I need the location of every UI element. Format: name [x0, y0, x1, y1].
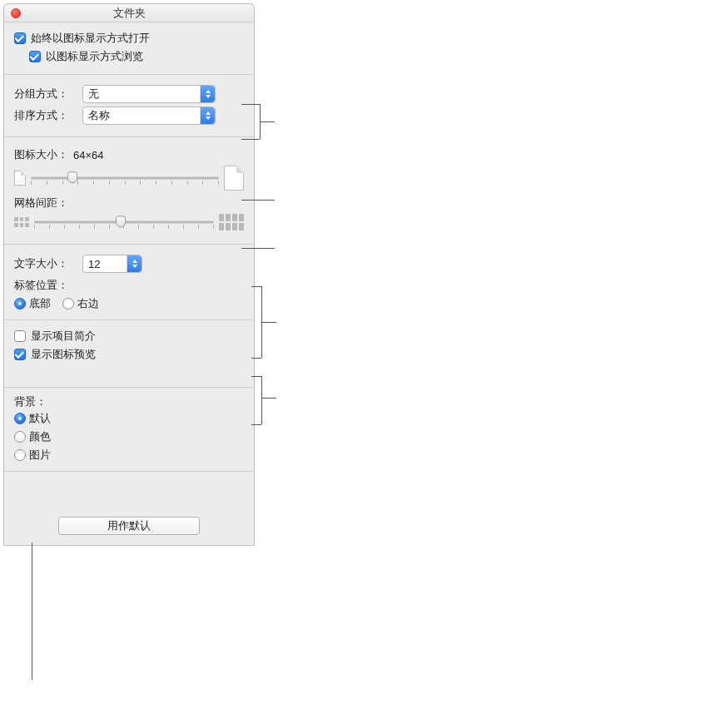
section-background: 背景： 默认 颜色 图片 [4, 388, 254, 472]
chevron-updown-icon [200, 86, 215, 102]
checkbox-icon [29, 51, 41, 62]
icon-size-label: 图标大小： [14, 147, 68, 162]
grid-spacing-slider[interactable] [34, 215, 214, 230]
small-document-icon [14, 171, 26, 186]
section-open-options: 始终以图标显示方式打开 以图标显示方式浏览 [4, 22, 254, 75]
sort-by-select[interactable]: 名称 [82, 106, 216, 125]
checkbox-icon [14, 32, 26, 44]
footer: 用作默认 [4, 472, 254, 545]
always-open-label: 始终以图标显示方式打开 [31, 31, 150, 46]
titlebar: 文件夹 [4, 4, 254, 22]
show-item-info-label: 显示项目简介 [31, 329, 96, 344]
sort-by-value: 名称 [88, 108, 110, 123]
label-position-bottom-radio[interactable]: 底部 [14, 296, 51, 311]
large-document-icon [224, 166, 244, 191]
label-position-right-radio[interactable]: 右边 [62, 296, 99, 311]
background-default-radio[interactable]: 默认 [14, 411, 244, 426]
sort-by-label: 排序方式： [14, 108, 76, 123]
use-as-defaults-button[interactable]: 用作默认 [58, 517, 200, 535]
use-as-defaults-label: 用作默认 [107, 518, 151, 533]
background-group-label: 背景： [14, 394, 244, 409]
text-size-select[interactable]: 12 [82, 255, 142, 273]
section-sizes: 图标大小： 64×64 网格间距： [4, 137, 254, 245]
chevron-updown-icon [200, 107, 215, 124]
show-item-info-checkbox[interactable]: 显示项目简介 [14, 327, 244, 345]
section-text: 文字大小： 12 标签位置： 底部 右边 [4, 245, 254, 320]
text-size-value: 12 [88, 258, 100, 270]
browse-label: 以图标显示方式浏览 [46, 49, 143, 64]
radio-icon [14, 449, 26, 461]
grid-spacing-label: 网格间距： [14, 196, 68, 210]
checkbox-icon [14, 330, 26, 342]
section-show: 显示项目简介 显示图标预览 [4, 320, 254, 388]
radio-icon [14, 413, 26, 424]
label-position-right-label: 右边 [77, 296, 99, 311]
show-icon-preview-label: 显示图标预览 [31, 347, 96, 362]
text-size-label: 文字大小： [14, 256, 76, 271]
radio-icon [14, 431, 26, 443]
browse-in-icon-view-checkbox[interactable]: 以图标显示方式浏览 [29, 47, 244, 66]
checkbox-icon [14, 349, 26, 360]
background-color-label: 颜色 [29, 429, 51, 444]
slider-thumb[interactable] [67, 171, 77, 183]
icon-size-slider[interactable] [31, 171, 219, 186]
wide-grid-icon [219, 214, 244, 230]
group-by-label: 分组方式： [14, 87, 76, 102]
background-picture-label: 图片 [29, 448, 51, 463]
always-open-in-icon-view-checkbox[interactable]: 始终以图标显示方式打开 [14, 29, 244, 47]
section-sort: 分组方式： 无 排序方式： 名称 [4, 75, 254, 137]
show-icon-preview-checkbox[interactable]: 显示图标预览 [14, 345, 244, 364]
icon-size-value: 64×64 [73, 149, 104, 161]
background-color-radio[interactable]: 颜色 [14, 429, 244, 444]
group-by-value: 无 [88, 87, 99, 102]
chevron-updown-icon [127, 255, 142, 272]
group-by-select[interactable]: 无 [82, 85, 216, 103]
radio-icon [62, 298, 74, 310]
label-position-group-label: 标签位置： [14, 278, 244, 293]
tight-grid-icon [14, 217, 29, 227]
slider-thumb[interactable] [116, 215, 126, 227]
background-default-label: 默认 [29, 411, 51, 426]
window-title: 文件夹 [4, 6, 254, 21]
label-position-bottom-label: 底部 [29, 296, 51, 311]
background-picture-radio[interactable]: 图片 [14, 448, 244, 463]
radio-icon [14, 298, 26, 310]
view-options-window: 文件夹 始终以图标显示方式打开 以图标显示方式浏览 分组方式： 无 排序方式： … [3, 3, 255, 546]
